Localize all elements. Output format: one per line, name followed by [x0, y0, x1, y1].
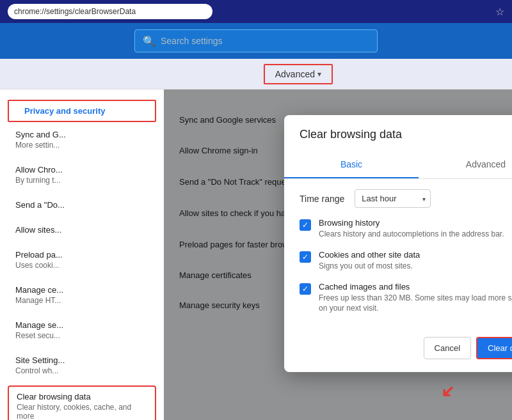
clear-data-button[interactable]: Clear data	[476, 337, 512, 359]
sidebar-item-preload[interactable]: Preload pa... Uses cooki...	[0, 242, 164, 277]
checkbox-cookies-input[interactable]: ✓	[300, 251, 311, 263]
advanced-label: Advanced	[275, 69, 315, 79]
sidebar-item-allow-sites-title: Allow sites...	[15, 225, 148, 235]
clear-browsing-data-dialog: Clear browsing data Basic Advanced Time …	[284, 115, 512, 372]
checkbox-browsing-history-sub: Clears history and autocompletions in th…	[319, 229, 504, 240]
sidebar-item-site-settings[interactable]: Site Setting... Control wh...	[0, 348, 164, 383]
time-range-row: Time range Last hour Last 24 hours Last …	[300, 189, 512, 208]
sidebar-item-preload-title: Preload pa...	[15, 250, 148, 260]
sidebar-item-sync-title: Sync and G...	[15, 130, 148, 139]
sidebar-item-allow-chrome[interactable]: Allow Chro... By turning t...	[0, 157, 164, 192]
sidebar-item-dnt[interactable]: Send a "Do...	[0, 192, 164, 217]
checkbox-cached-sub: Frees up less than 320 MB. Some sites ma…	[319, 293, 512, 315]
checkbox-cookies-title: Cookies and other site data	[319, 250, 420, 260]
sidebar-item-clear-data-sub: Clear history, cookies, cache, and more	[17, 403, 147, 420]
sidebar-item-clear-data[interactable]: Clear browsing data Clear history, cooki…	[8, 385, 156, 420]
checkbox-browsing-history: ✓ Browsing history Clears history and au…	[300, 218, 512, 240]
advanced-button[interactable]: Advanced ▾	[264, 64, 333, 84]
time-range-select[interactable]: Last hour Last 24 hours Last 7 days Last…	[355, 189, 431, 208]
dialog-body: Time range Last hour Last 24 hours Last …	[284, 179, 512, 329]
dialog-title: Clear browsing data	[284, 115, 512, 141]
checkbox-cookies-sub: Signs you out of most sites.	[319, 261, 420, 272]
address-text: chrome://settings/clearBrowserData	[14, 7, 136, 16]
sidebar-item-manage-sec[interactable]: Manage se... Reset secu...	[0, 313, 164, 348]
search-placeholder: Search settings	[161, 36, 223, 46]
checkbox-browsing-history-input[interactable]: ✓	[300, 219, 311, 231]
sidebar-item-sync-sub: More settin...	[15, 141, 148, 150]
sidebar-item-allow-sites[interactable]: Allow sites...	[0, 217, 164, 242]
sidebar-item-clear-data-title: Clear browsing data	[17, 392, 147, 401]
sidebar-item-manage-cert[interactable]: Manage ce... Manage HT...	[0, 277, 164, 313]
sidebar-section-title: Privacy and security	[8, 100, 156, 122]
sidebar-item-allow-chrome-sub: By turning t...	[15, 176, 148, 185]
bookmark-icon[interactable]: ☆	[495, 6, 504, 18]
checkbox-cached: ✓ Cached images and files Frees up less …	[300, 282, 512, 315]
sidebar-item-dnt-title: Send a "Do...	[15, 200, 148, 210]
search-box[interactable]: 🔍 Search settings	[134, 29, 378, 52]
sidebar-item-site-settings-title: Site Setting...	[15, 355, 148, 365]
time-range-select-wrapper[interactable]: Last hour Last 24 hours Last 7 days Last…	[355, 189, 431, 208]
sidebar-item-sync[interactable]: Sync and G... More settin...	[0, 122, 164, 157]
tab-basic[interactable]: Basic	[284, 152, 419, 178]
settings-header: 🔍 Search settings	[0, 23, 512, 59]
search-icon: 🔍	[143, 35, 156, 47]
checkbox-cached-title: Cached images and files	[319, 282, 512, 292]
dialog-footer: Cancel Clear data	[284, 329, 512, 372]
chrome-top-bar: chrome://settings/clearBrowserData ☆	[0, 0, 512, 23]
sidebar-item-manage-sec-sub: Reset secu...	[15, 331, 148, 340]
time-range-label: Time range	[300, 194, 344, 204]
sidebar-item-site-settings-sub: Control wh...	[15, 366, 148, 375]
sidebar-item-manage-cert-sub: Manage HT...	[15, 296, 148, 305]
sidebar-item-manage-sec-title: Manage se...	[15, 320, 148, 330]
sidebar-item-manage-cert-title: Manage ce...	[15, 285, 148, 295]
checkbox-cached-input[interactable]: ✓	[300, 283, 311, 295]
content-area: Sync and Google services › Allow Chrome …	[164, 89, 512, 420]
main-layout: Privacy and security Sync and G... More …	[0, 89, 512, 420]
sidebar-item-allow-chrome-title: Allow Chro...	[15, 165, 148, 175]
chevron-down-icon: ▾	[317, 70, 321, 79]
tab-advanced[interactable]: Advanced	[419, 152, 512, 178]
sub-header: Advanced ▾	[0, 59, 512, 89]
checkbox-cookies: ✓ Cookies and other site data Signs you …	[300, 250, 512, 272]
checkbox-browsing-history-title: Browsing history	[319, 218, 504, 228]
dialog-tabs: Basic Advanced	[284, 152, 512, 179]
address-bar[interactable]: chrome://settings/clearBrowserData	[8, 4, 212, 19]
cancel-button[interactable]: Cancel	[424, 337, 471, 359]
sidebar: Privacy and security Sync and G... More …	[0, 89, 164, 420]
sidebar-item-preload-sub: Uses cooki...	[15, 261, 148, 270]
